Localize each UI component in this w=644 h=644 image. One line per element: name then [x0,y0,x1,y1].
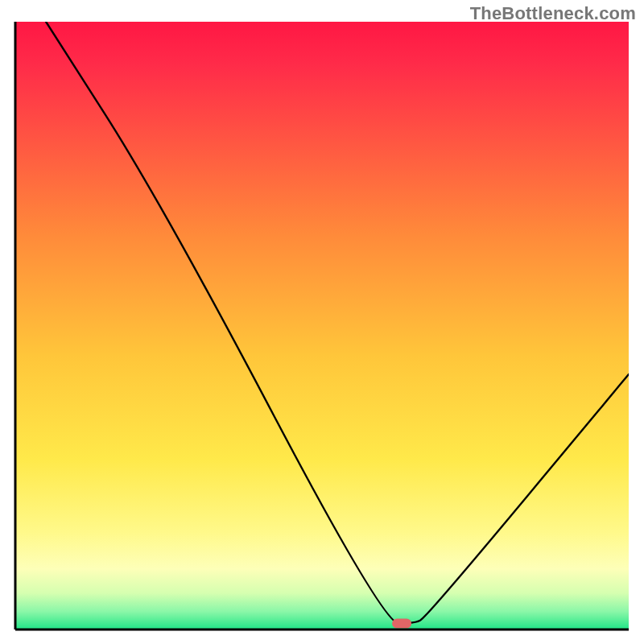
chart-container: TheBottleneck.com [0,0,644,644]
plot-area [15,22,629,630]
optimal-point-marker [392,619,411,629]
gradient-background [15,22,629,630]
bottleneck-chart [0,0,644,644]
watermark-label: TheBottleneck.com [470,3,636,24]
